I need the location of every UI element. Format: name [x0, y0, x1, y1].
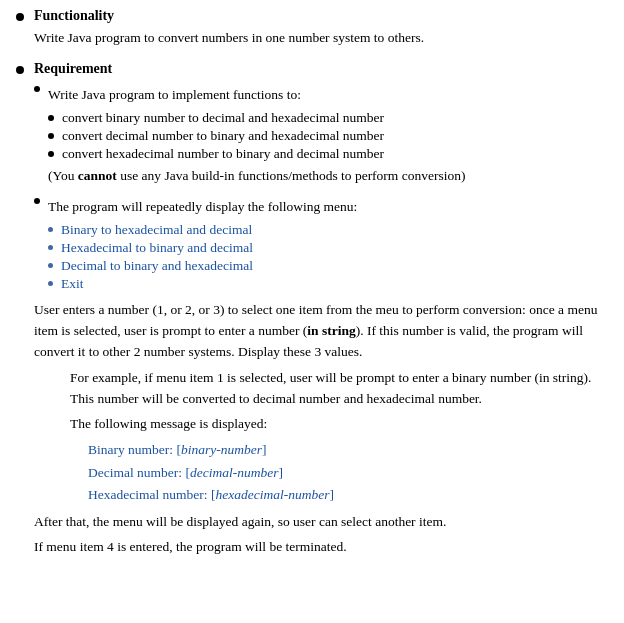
sub-bullet-dot-2: [34, 198, 40, 204]
menu-item-1-text: Binary to hexadecimal and decimal: [61, 222, 252, 238]
item4-text: If menu item 4 is entered, the program w…: [34, 537, 608, 558]
sub-dot-a: [48, 115, 54, 121]
req-item-1: convert binary number to decimal and hex…: [48, 110, 465, 126]
menu-item-3-text: Decimal to binary and hexadecimal: [61, 258, 253, 274]
menu-dot-2: [48, 245, 53, 250]
sub-bullet-dot-1: [34, 86, 40, 92]
menu-item-4: Exit: [48, 276, 357, 292]
req-sub1-intro: Write Java program to implement function…: [48, 85, 465, 106]
menu-dot-4: [48, 281, 53, 286]
requirement-section: Requirement Write Java program to implem…: [16, 61, 608, 562]
bullet-dot: [16, 13, 24, 21]
sub-dot-b: [48, 133, 54, 139]
req-note: (You cannot use any Java build-in functi…: [48, 166, 465, 187]
functionality-description: Write Java program to convert numbers in…: [34, 28, 424, 49]
example-msg: The following message is displayed:: [70, 414, 608, 435]
req-item-3-text: convert hexadecimal number to binary and…: [62, 146, 384, 162]
menu-dot-3: [48, 263, 53, 268]
req-sub1: Write Java program to implement function…: [34, 81, 608, 191]
menu-item-2: Hexadecimal to binary and decimal: [48, 240, 357, 256]
functionality-section: Functionality Write Java program to conv…: [16, 8, 608, 53]
req-item-1-text: convert binary number to decimal and hex…: [62, 110, 384, 126]
display-line-1: Binary number: [binary-number]: [88, 439, 608, 461]
menu-item-4-text: Exit: [61, 276, 84, 292]
req-sub2-intro: The program will repeatedly display the …: [48, 197, 357, 218]
display-line-3: Hexadecimal number: [hexadecimal-number]: [88, 484, 608, 506]
menu-item-1: Binary to hexadecimal and decimal: [48, 222, 357, 238]
display-line-2: Decimal number: [decimal-number]: [88, 462, 608, 484]
req-item-2-text: convert decimal number to binary and hex…: [62, 128, 384, 144]
functionality-label: Functionality: [34, 8, 424, 24]
after-example: After that, the menu will be displayed a…: [34, 512, 608, 533]
bullet-dot-req: [16, 66, 24, 74]
menu-dot-1: [48, 227, 53, 232]
example-intro: For example, if menu item 1 is selected,…: [70, 368, 608, 410]
menu-item-3: Decimal to binary and hexadecimal: [48, 258, 357, 274]
example-block: For example, if menu item 1 is selected,…: [70, 368, 608, 506]
req-item-3: convert hexadecimal number to binary and…: [48, 146, 465, 162]
requirement-label: Requirement: [34, 61, 608, 77]
req-sub2: The program will repeatedly display the …: [34, 193, 608, 296]
user-enters-para: User enters a number (1, or 2, or 3) to …: [34, 300, 608, 363]
sub-dot-c: [48, 151, 54, 157]
req-item-2: convert decimal number to binary and hex…: [48, 128, 465, 144]
menu-item-2-text: Hexadecimal to binary and decimal: [61, 240, 253, 256]
